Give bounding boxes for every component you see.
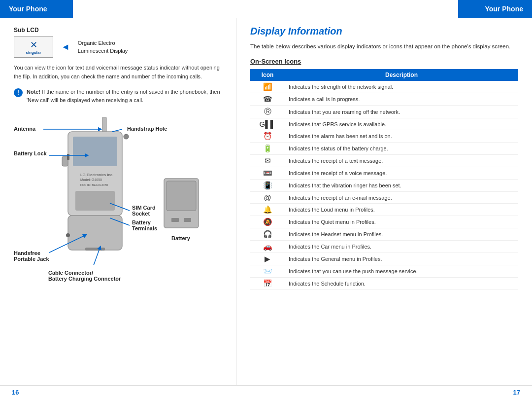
icon-cell: ▶ (250, 253, 285, 265)
note-icon: ! (14, 88, 23, 97)
desc-cell: Indicates the status of the battery char… (285, 143, 518, 155)
svg-rect-15 (184, 218, 191, 222)
svg-rect-6 (75, 191, 115, 211)
table-row: 📶Indicates the strength of the network s… (250, 81, 518, 93)
main-content: Sub LCD ✕ cingular ◄ Organic Electro Lum… (0, 18, 532, 385)
page-num-right: 17 (513, 389, 520, 396)
table-row: 📨Indicates that you can use the push mes… (250, 265, 518, 278)
phone-diagram: Antenna Battery Lock Handstrap Hole SIM … (14, 112, 225, 265)
table-row: 🎧Indicates the Headset menu in Profiles. (250, 228, 518, 241)
svg-text:Model: G4050: Model: G4050 (80, 178, 102, 181)
desc-cell: Indicates the strength of the network si… (285, 81, 518, 93)
desc-cell: Indicates the Schedule function. (285, 278, 518, 290)
table-row: 🔕Indicates the Quiet menu in Profiles. (250, 216, 518, 228)
table-row: 🔔Indicates the Loud menu in Profiles. (250, 204, 518, 216)
header-right: Your Phone (458, 0, 532, 18)
icon-cell: ⏰ (250, 130, 285, 143)
desc-cell: Indicates the General menu in Profiles. (285, 253, 518, 265)
table-row: 🔋Indicates the status of the battery cha… (250, 143, 518, 155)
label-handsfree: Handsfree Portable Jack (14, 250, 49, 262)
desc-cell: Indicates a call is in progress. (285, 93, 518, 106)
icon-cell: 🔋 (250, 143, 285, 155)
table-row: 📼Indicates the receipt of a voice messag… (250, 167, 518, 180)
cingular-icon: ✕ (30, 39, 37, 50)
desc-cell: Indicates that GPRS service is available… (285, 118, 518, 130)
icon-cell: 📳 (250, 180, 285, 192)
svg-rect-11 (67, 154, 69, 160)
desc-cell: Indicates the Headset menu in Profiles. (285, 228, 518, 241)
table-row: ▶Indicates the General menu in Profiles. (250, 253, 518, 265)
table-row: G▌▌Indicates that GPRS service is availa… (250, 118, 518, 130)
page-num-left: 16 (12, 389, 19, 396)
table-row: 📳Indicates that the vibration ringer has… (250, 180, 518, 192)
table-header-row: Icon Description (250, 69, 518, 81)
svg-rect-2 (73, 137, 117, 166)
table-row: ⓇIndicates that you are roaming off the … (250, 106, 518, 118)
sub-lcd-section: Sub LCD ✕ cingular ◄ Organic Electro Lum… (14, 27, 225, 58)
icon-cell: 🔔 (250, 204, 285, 216)
icon-cell: 📶 (250, 81, 285, 93)
table-row: 📅Indicates the Schedule function. (250, 278, 518, 290)
desc-cell: Indicates the Quiet menu in Profiles. (285, 216, 518, 228)
bottom-bar: 16 17 (0, 385, 532, 399)
col-icon-header: Icon (250, 69, 285, 81)
table-row: ☎Indicates a call is in progress. (250, 93, 518, 106)
label-handstrap: Handstrap Hole (127, 126, 167, 132)
desc-cell: Indicates the Loud menu in Profiles. (285, 204, 518, 216)
svg-text:FCC ID: BEJAG4050: FCC ID: BEJAG4050 (80, 183, 108, 186)
header-left: Your Phone (0, 0, 73, 18)
svg-rect-8 (85, 248, 105, 251)
label-battery-terminals: Battery Terminals (132, 219, 157, 231)
icon-cell: @ (250, 192, 285, 204)
right-panel: Display Information The table below desc… (236, 18, 532, 385)
label-sim-card: SIM Card Socket (132, 205, 156, 217)
top-bar: Your Phone Your Phone (0, 0, 532, 18)
battery-svg (162, 176, 201, 230)
note-body: If the name or the number of the entry i… (27, 89, 220, 103)
intro-text: The table below describes various displa… (250, 42, 518, 51)
section-title: Display Information (250, 26, 518, 37)
col-desc-header: Description (285, 69, 518, 81)
table-row: ✉Indicates the receipt of a text message… (250, 155, 518, 167)
note-label: Note! (27, 89, 40, 95)
description-text: You can view the icon for text and voice… (14, 64, 225, 81)
icon-cell: 📅 (250, 278, 285, 290)
label-battery: Battery (171, 235, 190, 241)
icon-cell: ✉ (250, 155, 285, 167)
phone-image: LG Electronics Inc. Model: G4050 FCC ID:… (53, 117, 132, 256)
cingular-text: cingular (26, 50, 41, 55)
note-box: ! Note! If the name or the number of the… (14, 88, 225, 104)
sub-lcd-label: Sub LCD (14, 27, 225, 34)
table-row: 🚗Indicates the Car menu in Profiles. (250, 241, 518, 253)
icon-cell: 📼 (250, 167, 285, 180)
label-battery-lock: Battery Lock (14, 150, 47, 156)
desc-cell: Indicates the receipt of an e-mail messa… (285, 192, 518, 204)
svg-rect-16 (166, 181, 196, 211)
svg-point-12 (66, 233, 70, 237)
icon-cell: Ⓡ (250, 106, 285, 118)
table-row: @Indicates the receipt of an e-mail mess… (250, 192, 518, 204)
phone-svg: LG Electronics Inc. Model: G4050 FCC ID:… (53, 117, 132, 255)
svg-text:LG Electronics Inc.: LG Electronics Inc. (80, 173, 113, 177)
icon-cell: ☎ (250, 93, 285, 106)
icon-cell: 🔕 (250, 216, 285, 228)
left-panel: Sub LCD ✕ cingular ◄ Organic Electro Lum… (0, 18, 236, 385)
desc-cell: Indicates the receipt of a text message. (285, 155, 518, 167)
organic-label: Organic Electro Luminescent Display (78, 39, 128, 55)
icon-cell: 📨 (250, 265, 285, 278)
svg-point-10 (124, 134, 129, 139)
desc-cell: Indicates the receipt of a voice message… (285, 167, 518, 180)
label-cable: Cable Connector/ Battery Charging Connec… (48, 270, 121, 282)
subsection-title: On-Screen Icons (250, 58, 518, 65)
label-antenna: Antenna (14, 126, 35, 132)
cingular-box: ✕ cingular (14, 36, 53, 58)
sub-lcd-row: ✕ cingular ◄ Organic Electro Luminescent… (14, 36, 225, 58)
svg-rect-14 (171, 218, 179, 222)
desc-cell: Indicates the alarm has been set and is … (285, 130, 518, 143)
icon-cell: 🎧 (250, 228, 285, 241)
table-row: ⏰Indicates the alarm has been set and is… (250, 130, 518, 143)
arrow-indicator: ◄ (61, 42, 70, 52)
desc-cell: Indicates that you can use the push mess… (285, 265, 518, 278)
desc-cell: Indicates the Car menu in Profiles. (285, 241, 518, 253)
desc-cell: Indicates that the vibration ringer has … (285, 180, 518, 192)
